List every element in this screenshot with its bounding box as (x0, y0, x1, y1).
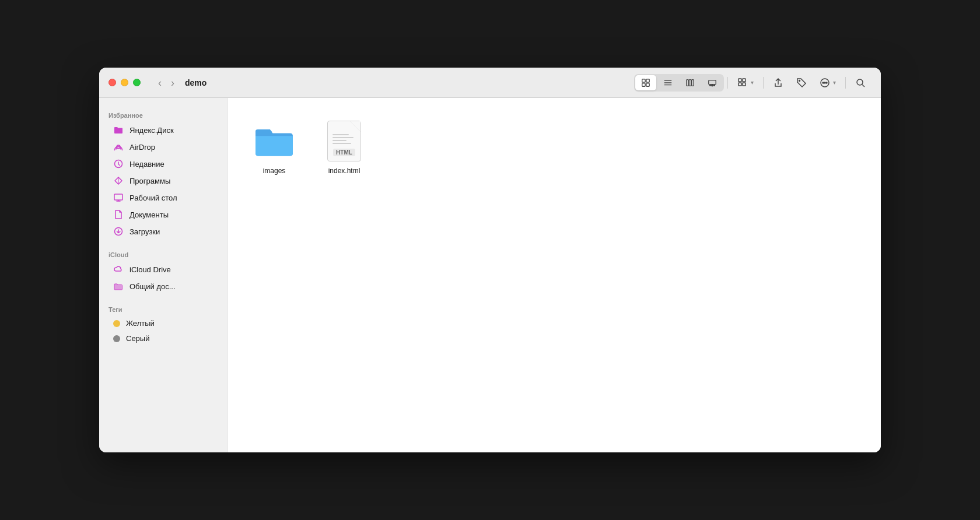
svg-rect-2 (642, 83, 645, 86)
svg-point-25 (826, 82, 827, 83)
sidebar-item-label: Загрузки (130, 227, 160, 236)
sidebar-item-label: iCloud Drive (130, 265, 171, 274)
minimize-button[interactable] (121, 79, 128, 86)
svg-point-15 (712, 85, 713, 86)
svg-rect-18 (743, 79, 746, 82)
svg-line-27 (862, 85, 864, 87)
sidebar-item-docs[interactable]: Документы (104, 206, 222, 223)
svg-rect-19 (738, 83, 741, 86)
content-area: Избранное Яндекс.Диск (99, 98, 881, 452)
folder-icon (113, 125, 124, 135)
sidebar-item-tag-gray[interactable]: Серый (104, 331, 222, 346)
search-button[interactable] (849, 74, 872, 92)
tag-label: Желтый (126, 319, 155, 328)
titlebar: ‹ › demo (99, 68, 881, 98)
sidebar-item-shared[interactable]: Общий дос... (104, 278, 222, 294)
shared-folder-icon (113, 281, 124, 291)
clock-icon (113, 159, 124, 169)
share-button[interactable] (767, 74, 789, 92)
svg-rect-10 (709, 80, 716, 84)
tag-label: Серый (126, 334, 149, 343)
sidebar-item-yandex[interactable]: Яндекс.Диск (104, 122, 222, 138)
group-button[interactable]: ▾ (732, 74, 760, 92)
file-item-index-html[interactable]: HTML index.html (315, 115, 373, 180)
svg-rect-3 (646, 83, 649, 86)
sidebar-item-label: Общий дос... (130, 282, 176, 291)
sidebar-item-tag-yellow[interactable]: Желтый (104, 316, 222, 331)
more-chevron: ▾ (833, 79, 836, 86)
sidebar-item-label: Рабочий стол (130, 194, 177, 202)
svg-rect-31 (114, 194, 123, 200)
yellow-tag-dot (113, 320, 120, 327)
html-badge: HTML (333, 149, 355, 156)
more-button[interactable]: ▾ (814, 74, 842, 92)
sidebar-item-label: Документы (130, 210, 169, 219)
main-content: images HTML (228, 98, 881, 452)
airdrop-icon (113, 142, 124, 152)
svg-point-26 (857, 79, 863, 85)
sidebar-item-icloud-drive[interactable]: iCloud Drive (104, 261, 222, 277)
sidebar-item-label: Яндекс.Диск (130, 126, 174, 135)
html-file-icon: HTML (323, 120, 365, 162)
column-view-button[interactable] (680, 75, 701, 90)
svg-point-16 (714, 85, 715, 86)
docs-icon (113, 209, 124, 220)
sidebar-item-label: AirDrop (130, 143, 155, 152)
sidebar-item-airdrop[interactable]: AirDrop (104, 139, 222, 155)
files-grid: images HTML (239, 110, 869, 185)
sidebar-item-desktop[interactable]: Рабочий стол (104, 189, 222, 206)
separator-2 (763, 77, 764, 89)
navigation-buttons: ‹ › (155, 75, 178, 90)
svg-point-24 (824, 82, 825, 83)
close-button[interactable] (108, 79, 116, 86)
sidebar-item-label: Недавние (130, 160, 164, 168)
view-group (634, 74, 724, 92)
svg-rect-9 (692, 79, 694, 86)
toolbar: ▾ (634, 74, 872, 92)
tags-section-label: Теги (99, 301, 227, 315)
sidebar-item-apps[interactable]: Программы (104, 173, 222, 189)
traffic-lights (108, 79, 141, 86)
maximize-button[interactable] (133, 79, 141, 86)
group-chevron: ▾ (751, 79, 754, 86)
cloud-icon (113, 264, 124, 275)
svg-point-23 (822, 82, 824, 83)
desktop-icon (113, 192, 124, 203)
finder-window: ‹ › demo (99, 68, 881, 452)
folder-icon (253, 120, 295, 162)
back-button[interactable]: ‹ (155, 75, 165, 90)
file-item-images[interactable]: images (245, 115, 303, 180)
file-lines (332, 134, 356, 144)
window-title: demo (185, 78, 634, 87)
svg-rect-17 (738, 79, 741, 82)
sidebar-item-recent[interactable]: Недавние (104, 156, 222, 172)
list-view-button[interactable] (657, 75, 678, 90)
file-name: index.html (328, 167, 360, 175)
sidebar: Избранное Яндекс.Диск (99, 98, 228, 452)
forward-button[interactable]: › (167, 75, 178, 90)
svg-rect-8 (689, 79, 691, 86)
favorites-section-label: Избранное (99, 107, 227, 121)
svg-rect-0 (642, 79, 645, 82)
gray-tag-dot (113, 335, 120, 342)
svg-point-14 (710, 85, 711, 86)
sidebar-item-label: Программы (130, 177, 170, 185)
svg-point-21 (799, 80, 800, 81)
separator-1 (727, 77, 728, 89)
file-name: images (263, 167, 286, 175)
downloads-icon (113, 226, 124, 237)
svg-rect-7 (687, 79, 689, 86)
tag-button[interactable] (790, 74, 813, 92)
svg-rect-1 (646, 79, 649, 82)
sidebar-item-downloads[interactable]: Загрузки (104, 223, 222, 240)
svg-rect-20 (743, 83, 746, 86)
separator-3 (845, 77, 846, 89)
icon-view-button[interactable] (635, 75, 656, 90)
apps-icon (113, 175, 124, 186)
gallery-view-button[interactable] (702, 75, 723, 90)
icloud-section-label: iCloud (99, 247, 227, 261)
